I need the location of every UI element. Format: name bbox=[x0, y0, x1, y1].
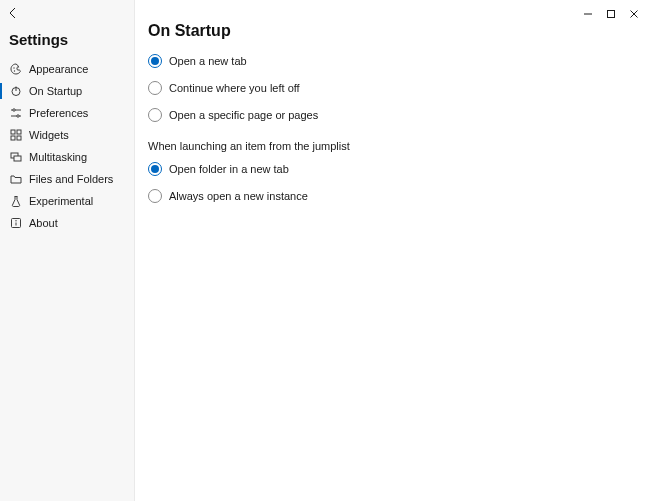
nav-label: On Startup bbox=[29, 85, 82, 97]
radio-label: Always open a new instance bbox=[169, 190, 308, 202]
main-content: On Startup Open a new tab Continue where… bbox=[148, 22, 645, 501]
multitasking-icon bbox=[9, 150, 23, 164]
radio-label: Open a new tab bbox=[169, 55, 247, 67]
nav-label: Appearance bbox=[29, 63, 88, 75]
nav-item-multitasking[interactable]: Multitasking bbox=[0, 146, 134, 168]
nav-item-preferences[interactable]: Preferences bbox=[0, 102, 134, 124]
flask-icon bbox=[9, 194, 23, 208]
svg-point-5 bbox=[14, 70, 15, 71]
radio-label: Continue where you left off bbox=[169, 82, 300, 94]
folder-icon bbox=[9, 172, 23, 186]
nav-label: Widgets bbox=[29, 129, 69, 141]
svg-point-4 bbox=[13, 67, 14, 68]
svg-point-9 bbox=[13, 109, 15, 111]
power-icon bbox=[9, 84, 23, 98]
jumplist-heading: When launching an item from the jumplist bbox=[148, 140, 645, 152]
radio-icon bbox=[148, 189, 162, 203]
radio-icon bbox=[148, 54, 162, 68]
nav-label: Preferences bbox=[29, 107, 88, 119]
sidebar: Settings Appearance On Startup Preferenc… bbox=[0, 0, 135, 501]
svg-rect-1 bbox=[607, 11, 614, 18]
radio-label: Open a specific page or pages bbox=[169, 109, 318, 121]
nav-item-on-startup[interactable]: On Startup bbox=[0, 80, 134, 102]
nav-label: Files and Folders bbox=[29, 173, 113, 185]
radio-icon bbox=[148, 162, 162, 176]
svg-rect-17 bbox=[14, 156, 21, 161]
back-button[interactable] bbox=[2, 2, 24, 24]
svg-rect-15 bbox=[17, 136, 21, 140]
svg-rect-14 bbox=[11, 136, 15, 140]
info-icon bbox=[9, 216, 23, 230]
radio-icon bbox=[148, 108, 162, 122]
nav-item-about[interactable]: About bbox=[0, 212, 134, 234]
page-title: On Startup bbox=[148, 22, 645, 40]
nav-label: Experimental bbox=[29, 195, 93, 207]
radio-option-open-new-tab[interactable]: Open a new tab bbox=[148, 54, 645, 68]
radio-option-new-instance[interactable]: Always open a new instance bbox=[148, 189, 645, 203]
radio-option-specific-page[interactable]: Open a specific page or pages bbox=[148, 108, 645, 122]
palette-icon bbox=[9, 62, 23, 76]
nav-item-appearance[interactable]: Appearance bbox=[0, 58, 134, 80]
nav-label: Multitasking bbox=[29, 151, 87, 163]
nav-item-widgets[interactable]: Widgets bbox=[0, 124, 134, 146]
sidebar-title: Settings bbox=[0, 24, 134, 58]
radio-icon bbox=[148, 81, 162, 95]
radio-option-continue[interactable]: Continue where you left off bbox=[148, 81, 645, 95]
radio-label: Open folder in a new tab bbox=[169, 163, 289, 175]
widgets-icon bbox=[9, 128, 23, 142]
svg-point-11 bbox=[17, 115, 19, 117]
nav-list: Appearance On Startup Preferences Widget… bbox=[0, 58, 134, 234]
svg-point-20 bbox=[15, 220, 16, 221]
nav-label: About bbox=[29, 217, 58, 229]
svg-rect-13 bbox=[17, 130, 21, 134]
radio-option-open-folder-new-tab[interactable]: Open folder in a new tab bbox=[148, 162, 645, 176]
nav-item-experimental[interactable]: Experimental bbox=[0, 190, 134, 212]
sliders-icon bbox=[9, 106, 23, 120]
svg-rect-12 bbox=[11, 130, 15, 134]
nav-item-files-folders[interactable]: Files and Folders bbox=[0, 168, 134, 190]
